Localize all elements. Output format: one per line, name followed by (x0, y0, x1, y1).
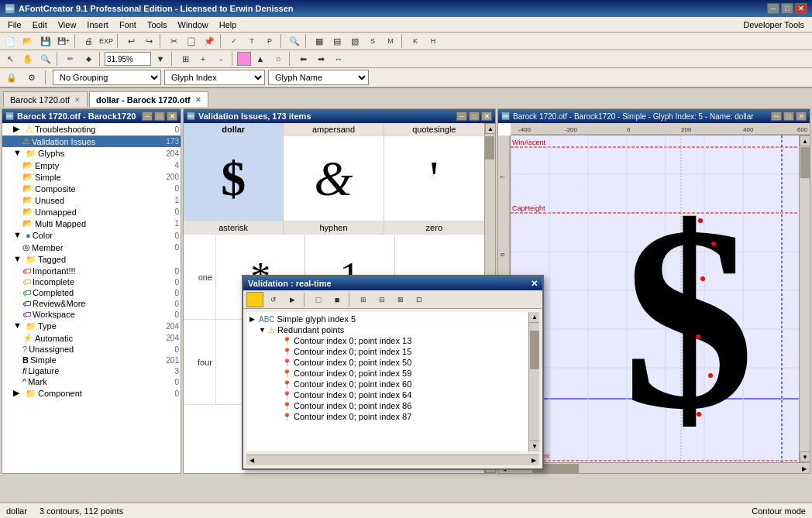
redo-button[interactable]: ↪ (140, 33, 157, 49)
tree-review[interactable]: 🏷 Review&More 0 (2, 298, 181, 309)
settings-button[interactable]: ⚙ (23, 70, 40, 85)
undo-button[interactable]: ↩ (122, 33, 139, 49)
menu-help[interactable]: Help (215, 19, 242, 30)
node-tool[interactable]: ◆ (80, 51, 97, 67)
tree-mark[interactable]: ^ Mark 0 (2, 376, 181, 387)
print-button[interactable]: 🖨 (80, 33, 97, 49)
dlg-contour-0-15[interactable]: 📍 Contour index 0; point index 15 (248, 346, 527, 357)
menu-insert[interactable]: Insert (82, 19, 113, 30)
align-center[interactable]: ↔ (330, 51, 347, 67)
export-button[interactable]: EXP (98, 33, 115, 49)
rp-minimize[interactable]: ─ (771, 111, 782, 121)
grid3-button[interactable]: ▧ (346, 33, 363, 49)
zoom-tool[interactable]: 🔍 (37, 51, 54, 67)
minimize-button[interactable]: ─ (767, 3, 779, 14)
glyph-dollar[interactable]: $ (184, 136, 284, 221)
glyph-name-dropdown[interactable]: Glyph Name (268, 70, 369, 85)
dlg-contour-0-64[interactable]: 📍 Contour index 0; point index 64 (248, 389, 527, 400)
grid-button[interactable]: ▦ (311, 33, 328, 49)
tab-dollar[interactable]: dollar - Barock 1720.otf ✕ (89, 91, 208, 107)
dlg-btn2[interactable]: ▶ (284, 292, 301, 307)
dlg-scroll-thumb[interactable] (530, 331, 539, 369)
tree-empty[interactable]: 📂 Empty 4 (2, 160, 181, 171)
tree-unmapped[interactable]: 📂 Unmapped 0 (2, 206, 181, 218)
pen-tool[interactable]: ✏ (62, 51, 79, 67)
bottom-scrollbar[interactable]: ◀ ▶ (498, 462, 810, 473)
glyph-canvas[interactable]: WinAscent CapHeight WinDescent (511, 136, 799, 462)
dlg-contour-0-87[interactable]: 📍 Contour index 0; point index 87 (248, 411, 527, 422)
tree-type[interactable]: ▼ 📁 Type 204 (2, 320, 181, 332)
menu-font[interactable]: Font (115, 19, 141, 30)
zoom-input[interactable] (105, 52, 151, 66)
tree-simple2[interactable]: B Simple 201 (2, 355, 181, 365)
menu-view[interactable]: View (53, 19, 81, 30)
tree-workspace[interactable]: 🏷 Workspace 0 (2, 309, 181, 320)
dlg-contour-0-86[interactable]: 📍 Contour index 0; point index 86 (248, 400, 527, 411)
dlg-lightning-button[interactable]: ⚡ (246, 292, 263, 307)
scroll-thumb[interactable] (485, 136, 494, 160)
fit-button[interactable]: ⊞ (177, 51, 194, 67)
metrics-button[interactable]: M (382, 33, 399, 49)
maximize-button[interactable]: □ (781, 3, 793, 14)
tab-dollar-close[interactable]: ✕ (195, 96, 201, 104)
menu-edit[interactable]: Edit (28, 19, 52, 30)
dlg-glyph-item[interactable]: ▶ ABC Simple glyph index 5 (248, 314, 527, 324)
mp-maximize[interactable]: □ (469, 111, 480, 121)
dlg-btn8[interactable]: ⊡ (411, 292, 428, 307)
dlg-btn7[interactable]: ⊠ (392, 292, 409, 307)
tab-font-close[interactable]: ✕ (74, 96, 81, 104)
dlg-hscroll-left[interactable]: ◀ (246, 455, 257, 465)
tree-component[interactable]: ▶ 📁 Component 0 (2, 387, 181, 400)
tree-completed[interactable]: 🏷 Completed 0 (2, 287, 181, 298)
tree-troubleshooting[interactable]: ▶ ⚠ Troubleshooting 0 (2, 123, 181, 136)
tree-color[interactable]: ▼ ● Color 0 (2, 229, 181, 242)
glyph-quotesingle[interactable]: ' (384, 136, 484, 221)
save-button[interactable]: 💾 (37, 33, 54, 49)
dialog-scrollbar[interactable]: ▲ ▼ (528, 312, 539, 451)
glyph-index-dropdown[interactable]: Glyph Index (164, 70, 265, 85)
dialog-h-scrollbar[interactable]: ◀ ▶ (246, 455, 539, 465)
rp-maximize[interactable]: □ (783, 111, 794, 121)
tree-simple[interactable]: 📂 Simple 200 (2, 171, 181, 183)
panel-maximize[interactable]: □ (154, 111, 165, 121)
panel-minimize[interactable]: ─ (142, 111, 153, 121)
preview-button[interactable]: P (261, 33, 278, 49)
tree-glyphs[interactable]: ▼ 📁 Glyphs 204 (2, 147, 181, 160)
zoom-out-button[interactable]: - (212, 51, 229, 67)
align-right[interactable]: ➡ (312, 51, 329, 67)
dlg-btn6[interactable]: ⊟ (373, 292, 391, 307)
dlg-hscroll-right[interactable]: ▶ (528, 455, 539, 465)
close-button[interactable]: ✕ (795, 3, 807, 14)
dlg-contour-0-50[interactable]: 📍 Contour index 0; point index 50 (248, 357, 527, 368)
rp-scroll-up[interactable]: ▲ (800, 136, 810, 146)
tree-unused[interactable]: 📂 Unused 1 (2, 194, 181, 206)
open-button[interactable]: 📂 (19, 33, 36, 49)
snap-button[interactable]: S (364, 33, 381, 49)
dlg-scroll-up[interactable]: ▲ (529, 312, 539, 323)
fill-button[interactable]: ▲ (252, 51, 269, 67)
tree-important[interactable]: 🏷 Important!!! 0 (2, 266, 181, 276)
tree-automatic[interactable]: ⚡ Automatic 204 (2, 332, 181, 344)
tree-validation-issues[interactable]: ⚠ Validation Issues 173 (2, 136, 181, 147)
new-button[interactable]: 📄 (2, 33, 19, 49)
dlg-redundant-item[interactable]: ▼ ⚠ Redundant points (248, 324, 527, 335)
menu-tools[interactable]: Tools (143, 19, 172, 30)
tab-font[interactable]: Barock 1720.otf ✕ (3, 91, 88, 107)
grid2-button[interactable]: ▤ (329, 33, 346, 49)
rp-close[interactable]: ✕ (796, 111, 807, 121)
hinting-button[interactable]: H (425, 33, 442, 49)
dlg-btn1[interactable]: ↺ (265, 292, 282, 307)
tree-ligature[interactable]: fi Ligature 3 (2, 365, 181, 376)
tree-member[interactable]: ◎ Member 0 (2, 242, 181, 253)
tree-tagged[interactable]: ▼ 📁 Tagged (2, 253, 181, 266)
rp-scroll-thumb[interactable] (800, 147, 810, 178)
test-button[interactable]: T (243, 33, 260, 49)
paste-button[interactable]: 📌 (201, 33, 218, 49)
mp-close[interactable]: ✕ (481, 111, 492, 121)
color-picker[interactable] (237, 52, 251, 66)
zoom-in-button[interactable]: + (194, 51, 212, 67)
validate-button[interactable]: ✓ (225, 33, 243, 49)
dlg-contour-0-60[interactable]: 📍 Contour index 0; point index 60 (248, 379, 527, 389)
zoom-dropdown[interactable]: ▼ (152, 51, 169, 67)
glyph-ampersand[interactable]: & (284, 136, 384, 221)
